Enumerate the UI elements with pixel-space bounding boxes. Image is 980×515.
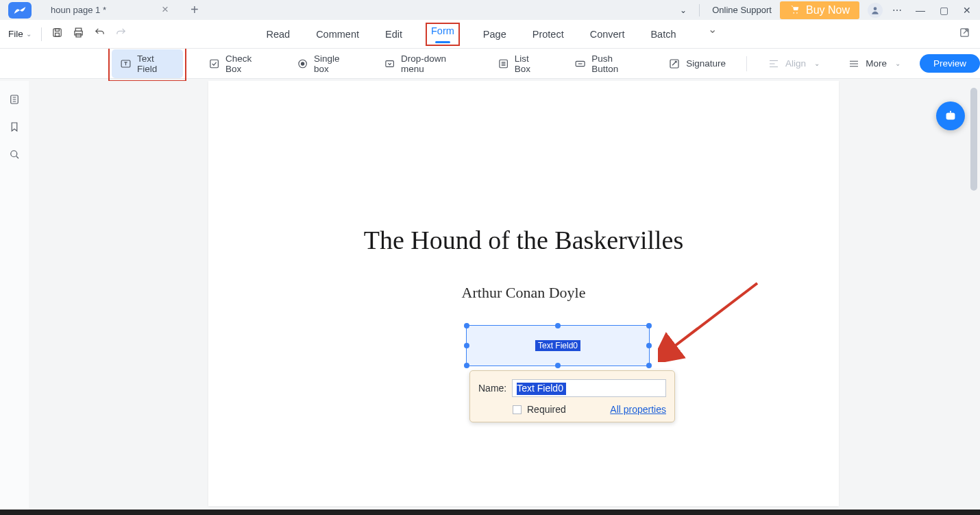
tab-form[interactable]: Form bbox=[426, 23, 460, 46]
svg-rect-3 bbox=[55, 33, 59, 36]
required-label: Required bbox=[527, 404, 566, 415]
new-tab-button[interactable]: + bbox=[191, 2, 199, 18]
chevron-down-icon: ⌄ bbox=[814, 60, 820, 67]
svg-point-20 bbox=[948, 115, 951, 117]
popout-icon[interactable] bbox=[959, 27, 970, 41]
resize-handle[interactable] bbox=[646, 323, 652, 328]
push-button-label: Push Button bbox=[591, 53, 639, 74]
tab-batch[interactable]: Batch bbox=[648, 23, 678, 46]
titlebar-dropdown[interactable]: ⌄ bbox=[672, 0, 695, 20]
tabs-overflow-icon[interactable]: ⌄ bbox=[708, 23, 717, 46]
chevron-down-icon: ⌄ bbox=[895, 60, 901, 67]
required-checkbox[interactable] bbox=[513, 405, 522, 414]
thumbnails-icon[interactable] bbox=[8, 93, 21, 108]
list-box-tool[interactable]: List Box bbox=[489, 49, 554, 78]
align-tool[interactable]: Align ⌄ bbox=[759, 53, 828, 74]
user-avatar[interactable] bbox=[868, 3, 883, 18]
canvas[interactable]: The Hound of the Baskervilles Arthur Con… bbox=[29, 81, 980, 510]
menu-row: File ⌄ Read Comment Edit Form Page Prote… bbox=[0, 20, 980, 49]
svg-rect-1 bbox=[53, 29, 61, 36]
tab-convert[interactable]: Convert bbox=[587, 23, 628, 46]
online-support-link[interactable]: Online Support bbox=[704, 0, 780, 20]
undo-icon[interactable] bbox=[94, 27, 106, 41]
resize-handle[interactable] bbox=[555, 323, 561, 328]
align-icon bbox=[768, 58, 780, 70]
document-author: Arthur Conan Doyle bbox=[208, 284, 839, 302]
resize-handle[interactable] bbox=[646, 343, 652, 348]
tab-comment[interactable]: Comment bbox=[313, 23, 362, 46]
name-label: Name: bbox=[478, 383, 506, 394]
single-box-tool[interactable]: Single box bbox=[289, 49, 364, 78]
svg-rect-4 bbox=[75, 28, 82, 31]
text-field-tool[interactable]: Text Field bbox=[112, 49, 183, 78]
divider bbox=[699, 4, 700, 16]
svg-point-17 bbox=[11, 151, 17, 157]
buy-now-label: Buy Now bbox=[806, 4, 850, 16]
file-menu-label: File bbox=[8, 29, 23, 39]
more-tool[interactable]: More ⌄ bbox=[840, 53, 909, 74]
signature-tool[interactable]: Signature bbox=[660, 53, 734, 74]
form-toolbar: Text Field Check Box Single box Drop-dow… bbox=[0, 49, 980, 79]
drop-down-icon bbox=[384, 58, 395, 70]
single-box-label: Single box bbox=[314, 53, 355, 74]
vertical-scrollbar[interactable] bbox=[969, 81, 979, 510]
ai-assistant-button[interactable] bbox=[936, 101, 965, 130]
field-inline-label: Text Field0 bbox=[535, 340, 580, 351]
tab-read[interactable]: Read bbox=[263, 23, 293, 46]
close-tab-icon[interactable]: × bbox=[162, 3, 169, 15]
redo-icon[interactable] bbox=[115, 27, 127, 41]
preview-button[interactable]: Preview bbox=[920, 54, 980, 73]
file-menu[interactable]: File ⌄ bbox=[8, 29, 32, 39]
minimize-icon[interactable]: — bbox=[909, 5, 932, 16]
app-logo[interactable] bbox=[8, 2, 32, 19]
tab-edit[interactable]: Edit bbox=[382, 23, 405, 46]
close-window-icon[interactable]: ✕ bbox=[955, 5, 979, 16]
more-menu-icon[interactable]: ⋯ bbox=[885, 5, 909, 16]
main-tabs: Read Comment Edit Form Page Protect Conv… bbox=[0, 23, 980, 46]
print-icon[interactable] bbox=[73, 27, 84, 41]
resize-handle[interactable] bbox=[464, 343, 469, 348]
titlebar: houn page 1 * × + ⌄ Online Support Buy N… bbox=[0, 0, 980, 20]
svg-point-21 bbox=[951, 115, 953, 117]
search-icon[interactable] bbox=[8, 148, 21, 163]
drop-down-label: Drop-down menu bbox=[401, 53, 469, 74]
name-input[interactable] bbox=[512, 379, 666, 397]
document-tab-title: houn page 1 * bbox=[51, 5, 106, 15]
signature-label: Signature bbox=[686, 58, 726, 69]
more-label: More bbox=[866, 58, 887, 69]
bottom-bar bbox=[0, 510, 980, 515]
text-field-icon bbox=[120, 58, 132, 70]
all-properties-link[interactable]: All properties bbox=[610, 404, 666, 415]
resize-handle[interactable] bbox=[555, 363, 561, 368]
push-button-tool[interactable]: Push Button bbox=[566, 49, 648, 78]
drop-down-tool[interactable]: Drop-down menu bbox=[376, 49, 478, 78]
svg-rect-19 bbox=[946, 112, 955, 119]
tab-page[interactable]: Page bbox=[480, 23, 509, 46]
save-icon[interactable] bbox=[51, 27, 63, 41]
signature-icon bbox=[668, 58, 681, 70]
list-box-icon bbox=[498, 58, 509, 70]
svg-point-11 bbox=[301, 62, 304, 64]
svg-rect-9 bbox=[210, 60, 219, 68]
align-label: Align bbox=[785, 58, 806, 69]
resize-handle[interactable] bbox=[464, 363, 469, 368]
field-properties-popup: Name: Required All properties bbox=[469, 370, 675, 422]
svg-rect-12 bbox=[386, 60, 394, 67]
list-box-label: List Box bbox=[515, 53, 546, 74]
scroll-thumb[interactable] bbox=[970, 88, 977, 191]
radio-icon bbox=[297, 58, 308, 70]
divider bbox=[41, 27, 42, 41]
svg-rect-2 bbox=[55, 29, 59, 32]
resize-handle[interactable] bbox=[464, 323, 469, 328]
resize-handle[interactable] bbox=[646, 363, 652, 368]
tab-protect[interactable]: Protect bbox=[530, 23, 567, 46]
maximize-icon[interactable]: ▢ bbox=[932, 5, 955, 16]
bookmarks-icon[interactable] bbox=[8, 121, 21, 136]
text-field-widget[interactable]: Text Field0 bbox=[466, 325, 650, 366]
push-button-icon bbox=[574, 58, 586, 70]
more-icon bbox=[848, 58, 860, 70]
document-tab[interactable]: houn page 1 * × bbox=[47, 0, 177, 20]
check-box-tool[interactable]: Check Box bbox=[200, 49, 277, 78]
buy-now-button[interactable]: Buy Now bbox=[780, 1, 859, 19]
chevron-down-icon: ⌄ bbox=[26, 30, 32, 38]
